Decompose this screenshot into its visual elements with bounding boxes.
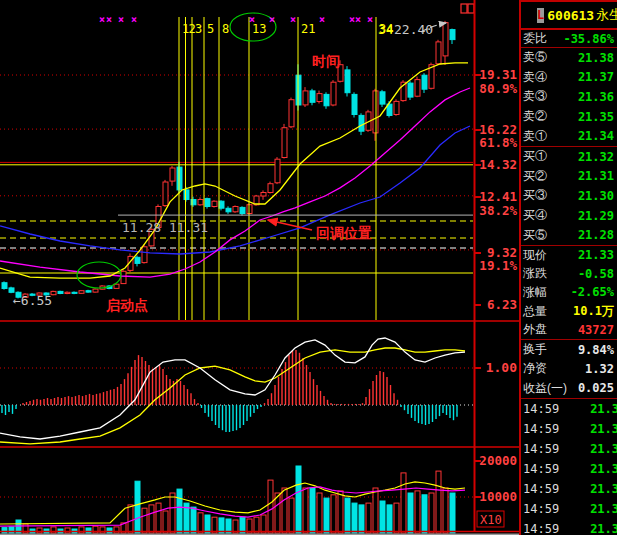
buy-level-row-value: 21.29 [578, 209, 614, 223]
sell-signal-mark: × [106, 14, 112, 25]
sell-level-row-value: 21.34 [578, 129, 614, 143]
candle [268, 184, 273, 193]
tick-price: 21.3 [590, 482, 617, 496]
sell-level-row-label: 卖④ [523, 69, 547, 86]
volume-unit-label: X10 [480, 513, 502, 527]
candle [58, 291, 63, 293]
volume-bar [359, 505, 364, 533]
volume-bar [156, 503, 161, 533]
sell-signal-mark: × [355, 14, 361, 25]
tick-row: 14:5921.3 [521, 439, 617, 459]
volume-bar [387, 505, 392, 533]
volume-bar [443, 488, 448, 533]
candle [205, 199, 210, 207]
volume-bar [170, 493, 175, 533]
info-row-value: 10.1万 [573, 303, 614, 320]
sell-level-row-value: 21.35 [578, 110, 614, 124]
sell-level-row-label: 卖① [523, 128, 547, 145]
volume-bar [212, 517, 217, 533]
tick-row: 14:5921.3 [521, 419, 617, 439]
buy-level-row-label: 买② [523, 168, 547, 185]
sell-signal-mark: × [118, 14, 124, 25]
sell-level-row: 卖①21.34 [521, 126, 617, 146]
volume-bar [415, 491, 420, 533]
candle [422, 75, 427, 89]
volume-bar [422, 495, 427, 533]
tick-time: 14:59 [523, 502, 559, 516]
candle [380, 92, 385, 104]
tick-time: 14:59 [523, 522, 559, 535]
candle [226, 208, 231, 212]
weibi-value: -35.86% [563, 32, 614, 46]
info-row-label: 涨幅 [523, 284, 547, 301]
volume-axis-label: 20000 [479, 453, 517, 468]
candle [415, 80, 420, 97]
info-row-value: 1.32 [585, 362, 614, 376]
volume-bar [282, 488, 287, 533]
fib-time-label: 3 [195, 22, 202, 36]
volume-bar [205, 515, 210, 533]
volume-bar [436, 471, 441, 533]
volume-bar [268, 480, 273, 533]
info-row-value: 0.025 [578, 381, 614, 395]
low-price-label: ←6.55 [13, 293, 52, 308]
candle [450, 30, 455, 40]
candle [275, 159, 280, 183]
price-axis-label: 80.9% [479, 81, 517, 96]
buy-level-row-value: 21.32 [578, 150, 614, 164]
price-axis-label: 61.8% [479, 135, 517, 150]
volume-bar [394, 503, 399, 533]
volume-bar [380, 501, 385, 533]
volume-bar [303, 488, 308, 533]
info-row-label: 净资 [523, 360, 547, 377]
candle [79, 291, 84, 294]
info-row: 总量10.1万 [521, 302, 617, 321]
weibi-label: 委比 [523, 30, 547, 47]
price-axis-label: 19.31 [479, 67, 517, 82]
fib-time-label: 5 [207, 22, 214, 36]
info-row-label: 收益(一) [523, 380, 567, 397]
volume-bar [163, 511, 168, 533]
tdx-window: 1235813213411.28 11.31×××××××××××时间回调位置启… [0, 0, 617, 535]
candle [282, 128, 287, 158]
price-info: 现价21.33涨跌-0.58涨幅-2.65%总量10.1万外盘43727 [521, 246, 617, 340]
candle [142, 247, 147, 263]
sell-level-row-label: 卖② [523, 108, 547, 125]
buy-level-row: 买④21.29 [521, 206, 617, 226]
main-chart[interactable]: 1235813213411.28 11.31×××××××××××时间回调位置启… [0, 0, 521, 535]
tick-row: 14:5921.3 [521, 399, 617, 419]
tick-row: 14:5921.3 [521, 519, 617, 535]
volume-bar [366, 503, 371, 533]
macd-histogram [2, 350, 457, 432]
volume-bar [261, 515, 266, 533]
sell-signal-mark: × [131, 14, 137, 25]
candle [303, 91, 308, 105]
buy-level-row: 买⑤21.28 [521, 225, 617, 245]
tick-time: 14:59 [523, 482, 559, 496]
candle [86, 291, 91, 292]
candle [289, 100, 294, 127]
info-row-value: 9.84% [578, 343, 614, 357]
sell-level-row: 卖⑤21.38 [521, 48, 617, 68]
candle [72, 292, 77, 293]
sell-level-row-label: 卖③ [523, 88, 547, 105]
stock-code: 600613 [547, 8, 594, 23]
restore-window-icon[interactable] [461, 4, 474, 13]
candle [233, 207, 238, 212]
info-row-label: 涨跌 [523, 265, 547, 282]
sell-level-row: 卖②21.35 [521, 107, 617, 127]
info-row-label: 外盘 [523, 321, 547, 338]
candle [198, 200, 203, 205]
volume-bar [331, 495, 336, 533]
volume-bar [219, 518, 224, 533]
volume-bar [352, 503, 357, 533]
buy-level-row-label: 买③ [523, 187, 547, 204]
candle [324, 94, 329, 105]
fib-time-label-34: 34 [378, 22, 394, 37]
restore-rect [468, 4, 474, 13]
volume-bar [240, 517, 245, 533]
tick-time: 14:59 [523, 462, 559, 476]
volume-bar [450, 493, 455, 533]
quote-panel: L 600613 永生 委比 -35.86% 卖⑤21.38卖④21.37卖③2… [519, 0, 617, 535]
info-row-value: -0.58 [578, 267, 614, 281]
